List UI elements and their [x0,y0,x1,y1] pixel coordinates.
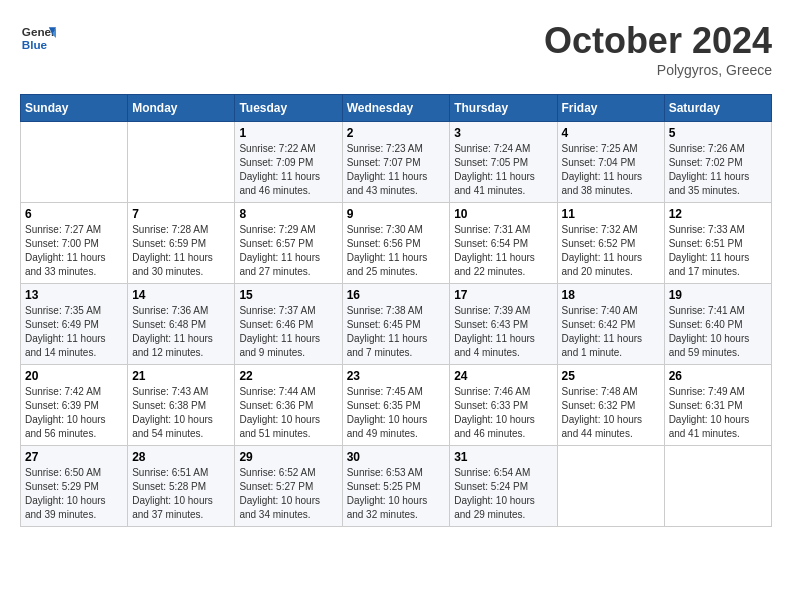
day-content: Sunrise: 7:42 AM Sunset: 6:39 PM Dayligh… [25,385,123,441]
day-header-friday: Friday [557,95,664,122]
week-row-3: 13Sunrise: 7:35 AM Sunset: 6:49 PM Dayli… [21,284,772,365]
day-cell: 7Sunrise: 7:28 AM Sunset: 6:59 PM Daylig… [128,203,235,284]
logo-icon: General Blue [20,20,56,56]
week-row-2: 6Sunrise: 7:27 AM Sunset: 7:00 PM Daylig… [21,203,772,284]
day-content: Sunrise: 7:43 AM Sunset: 6:38 PM Dayligh… [132,385,230,441]
day-content: Sunrise: 7:49 AM Sunset: 6:31 PM Dayligh… [669,385,767,441]
day-content: Sunrise: 7:39 AM Sunset: 6:43 PM Dayligh… [454,304,552,360]
day-number: 31 [454,450,552,464]
day-content: Sunrise: 7:31 AM Sunset: 6:54 PM Dayligh… [454,223,552,279]
day-number: 7 [132,207,230,221]
day-cell: 16Sunrise: 7:38 AM Sunset: 6:45 PM Dayli… [342,284,450,365]
day-number: 29 [239,450,337,464]
day-content: Sunrise: 7:45 AM Sunset: 6:35 PM Dayligh… [347,385,446,441]
week-row-1: 1Sunrise: 7:22 AM Sunset: 7:09 PM Daylig… [21,122,772,203]
day-content: Sunrise: 7:22 AM Sunset: 7:09 PM Dayligh… [239,142,337,198]
day-cell [557,446,664,527]
day-content: Sunrise: 7:48 AM Sunset: 6:32 PM Dayligh… [562,385,660,441]
week-row-4: 20Sunrise: 7:42 AM Sunset: 6:39 PM Dayli… [21,365,772,446]
day-cell: 4Sunrise: 7:25 AM Sunset: 7:04 PM Daylig… [557,122,664,203]
day-content: Sunrise: 7:41 AM Sunset: 6:40 PM Dayligh… [669,304,767,360]
day-cell: 23Sunrise: 7:45 AM Sunset: 6:35 PM Dayli… [342,365,450,446]
subtitle: Polygyros, Greece [544,62,772,78]
day-cell: 9Sunrise: 7:30 AM Sunset: 6:56 PM Daylig… [342,203,450,284]
day-cell: 13Sunrise: 7:35 AM Sunset: 6:49 PM Dayli… [21,284,128,365]
day-number: 3 [454,126,552,140]
title-block: October 2024 Polygyros, Greece [544,20,772,78]
day-content: Sunrise: 6:53 AM Sunset: 5:25 PM Dayligh… [347,466,446,522]
day-cell: 5Sunrise: 7:26 AM Sunset: 7:02 PM Daylig… [664,122,771,203]
day-content: Sunrise: 7:35 AM Sunset: 6:49 PM Dayligh… [25,304,123,360]
day-cell: 12Sunrise: 7:33 AM Sunset: 6:51 PM Dayli… [664,203,771,284]
day-number: 18 [562,288,660,302]
day-content: Sunrise: 7:25 AM Sunset: 7:04 PM Dayligh… [562,142,660,198]
day-number: 10 [454,207,552,221]
day-cell: 31Sunrise: 6:54 AM Sunset: 5:24 PM Dayli… [450,446,557,527]
day-content: Sunrise: 7:40 AM Sunset: 6:42 PM Dayligh… [562,304,660,360]
day-header-saturday: Saturday [664,95,771,122]
day-number: 22 [239,369,337,383]
page-header: General Blue October 2024 Polygyros, Gre… [20,20,772,78]
day-number: 6 [25,207,123,221]
day-cell: 18Sunrise: 7:40 AM Sunset: 6:42 PM Dayli… [557,284,664,365]
day-content: Sunrise: 6:52 AM Sunset: 5:27 PM Dayligh… [239,466,337,522]
day-content: Sunrise: 7:28 AM Sunset: 6:59 PM Dayligh… [132,223,230,279]
day-number: 13 [25,288,123,302]
logo: General Blue [20,20,56,56]
day-number: 14 [132,288,230,302]
day-header-wednesday: Wednesday [342,95,450,122]
day-number: 23 [347,369,446,383]
day-content: Sunrise: 7:24 AM Sunset: 7:05 PM Dayligh… [454,142,552,198]
day-number: 5 [669,126,767,140]
day-cell: 11Sunrise: 7:32 AM Sunset: 6:52 PM Dayli… [557,203,664,284]
calendar-table: SundayMondayTuesdayWednesdayThursdayFrid… [20,94,772,527]
day-content: Sunrise: 7:26 AM Sunset: 7:02 PM Dayligh… [669,142,767,198]
day-number: 21 [132,369,230,383]
svg-text:Blue: Blue [22,38,48,51]
day-cell: 28Sunrise: 6:51 AM Sunset: 5:28 PM Dayli… [128,446,235,527]
day-content: Sunrise: 6:54 AM Sunset: 5:24 PM Dayligh… [454,466,552,522]
day-header-monday: Monday [128,95,235,122]
day-content: Sunrise: 7:36 AM Sunset: 6:48 PM Dayligh… [132,304,230,360]
day-content: Sunrise: 7:38 AM Sunset: 6:45 PM Dayligh… [347,304,446,360]
day-cell: 25Sunrise: 7:48 AM Sunset: 6:32 PM Dayli… [557,365,664,446]
day-number: 2 [347,126,446,140]
day-cell: 21Sunrise: 7:43 AM Sunset: 6:38 PM Dayli… [128,365,235,446]
day-number: 26 [669,369,767,383]
day-cell: 24Sunrise: 7:46 AM Sunset: 6:33 PM Dayli… [450,365,557,446]
day-number: 4 [562,126,660,140]
day-cell: 27Sunrise: 6:50 AM Sunset: 5:29 PM Dayli… [21,446,128,527]
day-number: 12 [669,207,767,221]
day-content: Sunrise: 7:33 AM Sunset: 6:51 PM Dayligh… [669,223,767,279]
day-content: Sunrise: 7:37 AM Sunset: 6:46 PM Dayligh… [239,304,337,360]
day-content: Sunrise: 6:50 AM Sunset: 5:29 PM Dayligh… [25,466,123,522]
week-row-5: 27Sunrise: 6:50 AM Sunset: 5:29 PM Dayli… [21,446,772,527]
day-cell: 17Sunrise: 7:39 AM Sunset: 6:43 PM Dayli… [450,284,557,365]
day-cell [21,122,128,203]
day-content: Sunrise: 7:30 AM Sunset: 6:56 PM Dayligh… [347,223,446,279]
day-content: Sunrise: 7:32 AM Sunset: 6:52 PM Dayligh… [562,223,660,279]
day-cell: 29Sunrise: 6:52 AM Sunset: 5:27 PM Dayli… [235,446,342,527]
day-header-thursday: Thursday [450,95,557,122]
day-cell: 3Sunrise: 7:24 AM Sunset: 7:05 PM Daylig… [450,122,557,203]
day-cell [128,122,235,203]
day-cell: 15Sunrise: 7:37 AM Sunset: 6:46 PM Dayli… [235,284,342,365]
day-cell [664,446,771,527]
day-cell: 10Sunrise: 7:31 AM Sunset: 6:54 PM Dayli… [450,203,557,284]
day-number: 19 [669,288,767,302]
day-number: 27 [25,450,123,464]
day-cell: 8Sunrise: 7:29 AM Sunset: 6:57 PM Daylig… [235,203,342,284]
day-number: 11 [562,207,660,221]
day-number: 9 [347,207,446,221]
day-number: 1 [239,126,337,140]
day-header-tuesday: Tuesday [235,95,342,122]
day-number: 20 [25,369,123,383]
day-number: 25 [562,369,660,383]
day-content: Sunrise: 7:44 AM Sunset: 6:36 PM Dayligh… [239,385,337,441]
day-number: 16 [347,288,446,302]
day-number: 15 [239,288,337,302]
day-cell: 20Sunrise: 7:42 AM Sunset: 6:39 PM Dayli… [21,365,128,446]
day-number: 8 [239,207,337,221]
day-number: 17 [454,288,552,302]
day-cell: 30Sunrise: 6:53 AM Sunset: 5:25 PM Dayli… [342,446,450,527]
